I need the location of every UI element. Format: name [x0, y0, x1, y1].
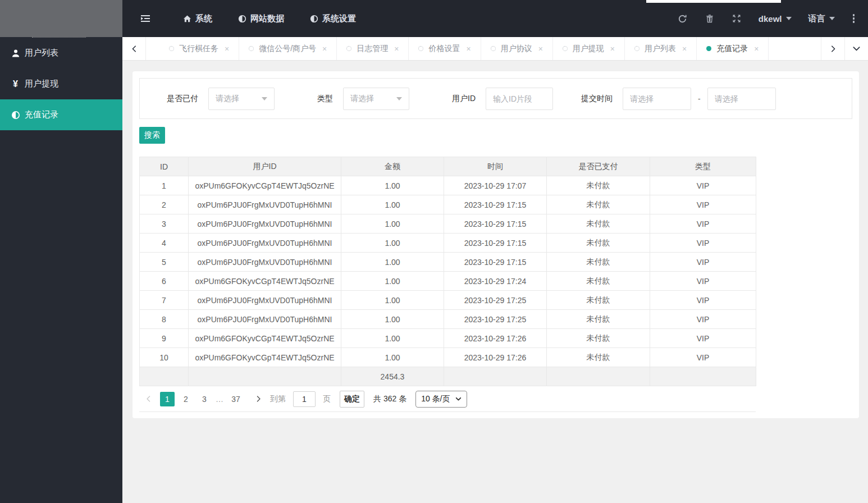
cell-time: 2023-10-29 17:26	[444, 348, 547, 367]
sidebar-item-user-list[interactable]: 用户列表	[0, 38, 122, 68]
cell-type: VIP	[650, 176, 756, 195]
cell-type: VIP	[650, 253, 756, 272]
tab-log-management[interactable]: 日志管理 ×	[337, 37, 409, 60]
fullscreen-icon[interactable]	[732, 13, 742, 24]
chevron-down-icon	[455, 396, 462, 402]
close-icon[interactable]: ×	[394, 45, 399, 53]
table-header-row: ID 用户ID 金额 时间 是否已支付 类型	[140, 157, 756, 176]
cell-paid: 未付款	[547, 272, 650, 291]
adjust-icon	[238, 15, 246, 23]
cell-paid: 未付款	[547, 214, 650, 234]
submit-time-end-input[interactable]	[707, 88, 776, 110]
tab-wechat-account[interactable]: 微信公号/商户号 ×	[239, 37, 337, 60]
page-button-2[interactable]: 2	[179, 392, 193, 406]
close-icon[interactable]: ×	[538, 45, 543, 53]
page-button-3[interactable]: 3	[197, 392, 212, 406]
paid-status-select[interactable]: 请选择	[208, 88, 275, 110]
nav-item-site-data[interactable]: 网站数据	[238, 13, 284, 24]
nav-item-label: 网站数据	[250, 13, 284, 24]
type-select[interactable]: 请选择	[343, 88, 409, 110]
cell-userid: oxPUm6PJU0FrgMxUVD0TupH6hMNI	[189, 253, 341, 272]
cell-paid: 未付款	[547, 310, 650, 329]
cell-id: 5	[140, 253, 189, 272]
tabs-scroll-right-icon[interactable]	[821, 37, 844, 60]
tab-user-agreement[interactable]: 用户协议 ×	[481, 37, 553, 60]
tab-price-settings[interactable]: 价格设置 ×	[409, 37, 481, 60]
tab-user-withdraw[interactable]: 用户提现 ×	[553, 37, 625, 60]
close-icon[interactable]: ×	[754, 45, 759, 53]
cell-type: VIP	[650, 310, 756, 329]
user-id-input[interactable]	[486, 88, 553, 110]
search-button[interactable]: 搜索	[139, 127, 165, 144]
language-label: 语言	[808, 13, 825, 24]
tab-flight-chess-task[interactable]: 飞行棋任务 ×	[159, 37, 239, 60]
tab-user-list[interactable]: 用户列表 ×	[625, 37, 697, 60]
cell-amount: 1.00	[341, 329, 444, 348]
cell-type: VIP	[650, 348, 756, 367]
cell-userid: oxPUm6GFOKyvCGpT4EWTJq5OzrNE	[189, 272, 341, 291]
cell-type: VIP	[650, 195, 756, 214]
more-options-icon[interactable]	[852, 14, 856, 23]
nav-item-system[interactable]: 系统	[183, 13, 212, 24]
goto-confirm-button[interactable]: 确定	[340, 391, 364, 408]
goto-page-input[interactable]	[293, 391, 316, 407]
cell-type: VIP	[650, 214, 756, 234]
page-button-1[interactable]: 1	[160, 392, 175, 406]
col-header-paid: 是否已支付	[547, 157, 650, 176]
adjust-icon	[11, 110, 20, 120]
sidebar-item-recharge-records[interactable]: 充值记录	[0, 99, 122, 130]
cell-amount: 1.00	[341, 214, 444, 234]
user-dropdown[interactable]: dkewl	[759, 14, 792, 24]
refresh-icon[interactable]	[678, 13, 688, 24]
filter-time-label: 提交时间	[581, 94, 613, 104]
next-page-icon[interactable]	[255, 395, 262, 403]
cell-userid: oxPUm6GFOKyvCGpT4EWTJq5OzrNE	[189, 348, 341, 367]
tabs-menu-chevron-down-icon[interactable]	[844, 37, 868, 60]
cell-amount: 1.00	[341, 176, 444, 195]
close-icon[interactable]: ×	[682, 45, 687, 53]
total-row: 2454.3	[140, 367, 756, 386]
cell-userid: oxPUm6PJU0FrgMxUVD0TupH6hMNI	[189, 310, 341, 329]
cell-type: VIP	[650, 291, 756, 310]
cell-time: 2023-10-29 17:15	[444, 195, 547, 214]
table-row: 7oxPUm6PJU0FrgMxUVD0TupH6hMNI1.002023-10…	[140, 291, 756, 310]
close-icon[interactable]: ×	[610, 45, 615, 53]
logo-placeholder	[0, 0, 122, 37]
cell-id: 1	[140, 176, 189, 195]
page-size-value: 10 条/页	[421, 394, 450, 404]
filter-paid-label: 是否已付	[167, 94, 198, 104]
total-amount: 2454.3	[341, 367, 444, 386]
navbar-right: dkewl 语言	[678, 13, 856, 24]
cell-paid: 未付款	[547, 253, 650, 272]
tab-label: 用户列表	[645, 44, 676, 54]
language-dropdown[interactable]: 语言	[808, 13, 835, 24]
tabs-scroll-left-icon[interactable]	[122, 37, 146, 60]
records-table: ID 用户ID 金额 时间 是否已支付 类型 1oxPUm6GFOKyvCGpT…	[139, 157, 756, 386]
page-size-select[interactable]: 10 条/页	[415, 391, 467, 408]
nav-item-system-settings[interactable]: 系统设置	[310, 13, 356, 24]
app-root: 用户列表 ¥ 用户提现 充值记录	[0, 0, 868, 503]
submit-time-start-input[interactable]	[623, 88, 691, 110]
sidebar: 用户列表 ¥ 用户提现 充值记录	[0, 0, 122, 503]
tab-recharge-records[interactable]: 充值记录 ×	[697, 37, 769, 60]
tab-label: 微信公号/商户号	[259, 44, 316, 54]
close-icon[interactable]: ×	[466, 45, 470, 53]
tab-label: 价格设置	[428, 44, 460, 54]
table-row: 1oxPUm6GFOKyvCGpT4EWTJq5OzrNE1.002023-10…	[140, 176, 756, 195]
tab-dot-icon	[706, 46, 711, 51]
close-icon[interactable]: ×	[322, 45, 327, 53]
cell-userid: oxPUm6GFOKyvCGpT4EWTJq5OzrNE	[189, 176, 341, 195]
close-icon[interactable]: ×	[225, 45, 229, 53]
cell-id: 9	[140, 329, 189, 348]
page-button-37[interactable]: 37	[229, 392, 243, 406]
tab-bar: 飞行棋任务 × 微信公号/商户号 × 日志管理 × 价格设置 × 用户协议	[122, 37, 868, 61]
sidebar-item-user-withdraw[interactable]: ¥ 用户提现	[0, 68, 122, 99]
navbar-menu: 系统 网站数据 系统设置	[183, 13, 356, 24]
sidebar-toggle-icon[interactable]	[139, 12, 152, 25]
cell-amount: 1.00	[341, 253, 444, 272]
trash-icon[interactable]	[705, 13, 715, 24]
total-empty-cell	[547, 367, 650, 386]
table-row: 2oxPUm6PJU0FrgMxUVD0TupH6hMNI1.002023-10…	[140, 195, 756, 214]
prev-page-icon[interactable]	[145, 395, 152, 403]
cell-amount: 1.00	[341, 291, 444, 310]
